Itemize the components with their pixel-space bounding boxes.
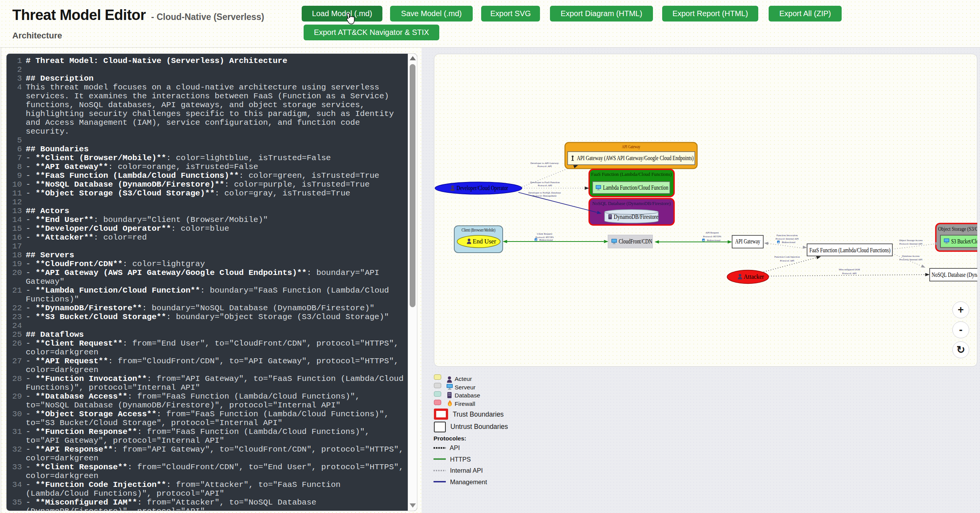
svg-text:API Gateway: API Gateway bbox=[622, 144, 640, 149]
svg-text:Client (Browser/Mobile): Client (Browser/Mobile) bbox=[462, 227, 495, 233]
svg-text:Protocol: HTTPS: Protocol: HTTPS bbox=[703, 235, 721, 238]
svg-text:Bidirectional: Bidirectional bbox=[782, 241, 796, 243]
svg-text:Database Access: Database Access bbox=[902, 255, 920, 257]
svg-text:NoSQL Database (DynamoDB/Fires: NoSQL Database (DynamoDB/Firestore) bbox=[932, 271, 977, 278]
svg-text:Lambda Function/Cloud Function: Lambda Function/Cloud Function bbox=[603, 184, 668, 191]
svg-text:API Gateway: API Gateway bbox=[735, 238, 760, 245]
svg-text:Protocol: Internal API: Protocol: Internal API bbox=[899, 258, 923, 261]
svg-text:Function Invocation: Function Invocation bbox=[777, 234, 798, 237]
svg-text:FaaS Function (Lambda/Cloud Fu: FaaS Function (Lambda/Cloud Functions) bbox=[591, 171, 672, 177]
svg-text:Developer to NoSQL Database: Developer to NoSQL Database bbox=[528, 191, 561, 194]
svg-text:Protocol: API: Protocol: API bbox=[538, 184, 552, 187]
svg-text:Protocol: API: Protocol: API bbox=[537, 165, 552, 167]
svg-text:Function Code Injection: Function Code Injection bbox=[774, 255, 800, 258]
svg-text:Developer to API Gateway: Developer to API Gateway bbox=[530, 162, 559, 164]
svg-text:API Gateway (AWS API Gateway/G: API Gateway (AWS API Gateway/Google Clou… bbox=[577, 155, 694, 162]
svg-text:Developer to FaaS Function: Developer to FaaS Function bbox=[530, 181, 560, 184]
svg-text:Bidirectional: Bidirectional bbox=[539, 238, 553, 241]
svg-text:Protocol: API: Protocol: API bbox=[780, 259, 794, 262]
svg-text:⇄: ⇄ bbox=[703, 239, 705, 242]
svg-text:⇄: ⇄ bbox=[778, 241, 780, 243]
svg-text:Protocol: Management: Protocol: Management bbox=[533, 194, 556, 197]
svg-text:Protocol: Internal API: Protocol: Internal API bbox=[776, 237, 799, 240]
svg-text:S3 Bucket/Cloud Storage: S3 Bucket/Cloud Storage bbox=[951, 238, 977, 245]
svg-text:Protocol: API: Protocol: API bbox=[842, 272, 857, 275]
svg-text:Attacker: Attacker bbox=[744, 273, 764, 280]
svg-text:API Request: API Request bbox=[706, 231, 719, 234]
svg-text:Misconfigured IAM: Misconfigured IAM bbox=[839, 268, 860, 271]
svg-text:Object Storage (S3/Cloud Stora: Object Storage (S3/Cloud Storage) bbox=[938, 226, 977, 232]
svg-text:Developer/Cloud Operator: Developer/Cloud Operator bbox=[457, 185, 508, 192]
svg-text:DynamoDB/Firestore: DynamoDB/Firestore bbox=[614, 213, 658, 220]
svg-text:⇄: ⇄ bbox=[535, 239, 537, 241]
svg-text:Object Storage Access: Object Storage Access bbox=[899, 239, 923, 242]
svg-text:NoSQL Database (DynamoDB/Fires: NoSQL Database (DynamoDB/Firestore) bbox=[592, 200, 671, 206]
svg-text:Bidirectional: Bidirectional bbox=[707, 239, 721, 242]
svg-text:FaaS Function (Lambda/Cloud Fu: FaaS Function (Lambda/Cloud Functions) bbox=[809, 247, 890, 254]
svg-text:Client Request: Client Request bbox=[537, 232, 552, 235]
svg-text:End User: End User bbox=[473, 238, 497, 245]
svg-text:CloudFront/CDN: CloudFront/CDN bbox=[619, 238, 652, 245]
svg-text:Protocol: Internal API: Protocol: Internal API bbox=[899, 242, 923, 245]
